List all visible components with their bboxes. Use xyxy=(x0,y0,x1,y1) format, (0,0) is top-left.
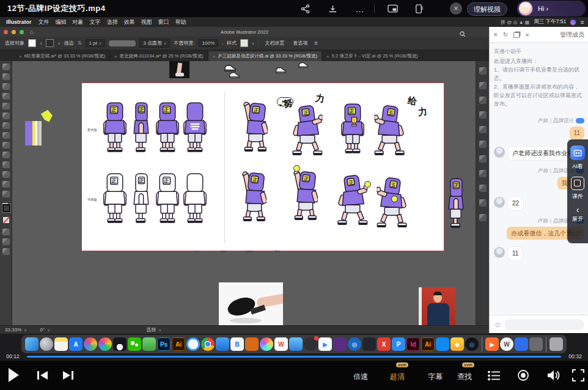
tool-icon[interactable] xyxy=(2,132,10,139)
rotation-value[interactable]: 0° xyxy=(40,327,45,333)
tool-icon[interactable] xyxy=(2,181,10,188)
popout-icon[interactable] xyxy=(513,32,520,38)
panel-icon[interactable] xyxy=(479,111,487,119)
playlist-icon[interactable] xyxy=(488,370,500,383)
reference-photo-paddle[interactable] xyxy=(219,282,283,325)
stroke-swatch[interactable] xyxy=(46,39,54,47)
shoe-sketch[interactable] xyxy=(229,71,240,79)
chevron-down-icon[interactable]: ∨ xyxy=(40,41,42,45)
dock-app-aperture[interactable]: ◎ xyxy=(348,337,361,351)
dock-app-xmind[interactable]: X xyxy=(377,337,391,351)
dock-app-p-app[interactable]: P xyxy=(392,337,405,351)
canvas-pasteboard[interactable]: 配色版 线稿版 HI~ 努 力 给 力 正面侧面斜侧面背面 xyxy=(12,61,476,325)
collapse-chevron-icon[interactable]: ‹ xyxy=(576,207,579,213)
chevron-down-icon[interactable]: ∨ xyxy=(252,41,254,45)
dock-app-photoshop[interactable]: Ps xyxy=(157,337,171,351)
preferences-button[interactable]: 首选项 xyxy=(290,39,310,47)
chevron-down-icon[interactable]: ∨ xyxy=(47,328,50,332)
home-icon[interactable]: ⌂ xyxy=(30,29,33,35)
chevron-down-icon[interactable]: ∨ xyxy=(57,41,60,45)
shoe-sketch[interactable] xyxy=(297,61,309,68)
dock-app-affinity[interactable] xyxy=(333,337,347,351)
menu-item[interactable]: 文字 xyxy=(90,18,101,26)
previous-icon[interactable] xyxy=(37,370,48,383)
ip-front-view[interactable] xyxy=(103,101,127,158)
menu-item[interactable]: 选择 xyxy=(107,18,118,26)
dock-app-docs[interactable]: B xyxy=(230,337,244,351)
play-icon[interactable] xyxy=(7,367,20,385)
panel-icon[interactable] xyxy=(479,141,487,148)
document-tab[interactable]: ×5.2 保卫萝卜 - VI定.ai @ 25 % (RGB/预览) xyxy=(322,51,423,61)
dock-app-chrome[interactable] xyxy=(201,337,215,351)
find-button[interactable]: 查找 xyxy=(457,372,472,382)
more-icon[interactable]: … xyxy=(355,3,366,14)
courseware-icon[interactable] xyxy=(571,177,584,190)
menu-app-name[interactable]: Illustrator xyxy=(6,19,32,25)
dock-app-w-circle[interactable]: W xyxy=(500,337,513,351)
tool-icon[interactable] xyxy=(2,103,10,109)
panel-icon[interactable] xyxy=(479,214,487,221)
artboard[interactable]: 配色版 线稿版 HI~ 努 力 给 力 正面侧面斜侧面背面 xyxy=(81,83,444,251)
tool-icon[interactable] xyxy=(2,93,10,100)
ip-pose-effort[interactable] xyxy=(291,104,323,160)
fill-swatch[interactable] xyxy=(28,39,36,47)
tool-icon[interactable] xyxy=(2,142,10,149)
swatch-purple[interactable] xyxy=(25,121,32,145)
dock-app-cloud-app[interactable] xyxy=(216,337,229,351)
menu-item[interactable]: 文件 xyxy=(39,18,50,26)
panel-icon[interactable] xyxy=(479,82,487,89)
volume-icon[interactable] xyxy=(546,369,560,384)
dock-app-app-store[interactable]: A xyxy=(69,337,83,351)
dock-app-finder[interactable] xyxy=(25,337,39,351)
expand-label[interactable]: 展开 xyxy=(572,215,583,223)
dock-app-cinema4d[interactable] xyxy=(362,337,376,351)
panel-icon[interactable] xyxy=(479,185,487,192)
menu-item[interactable]: 效果 xyxy=(124,18,135,26)
none-swatch-icon[interactable] xyxy=(3,217,9,223)
close-icon[interactable]: × xyxy=(525,31,529,39)
dock-app-quicktime[interactable]: ◎ xyxy=(465,337,479,351)
chat-input-field[interactable] xyxy=(504,319,584,330)
panel-icon[interactable] xyxy=(479,126,487,133)
align-icon[interactable]: ≣ xyxy=(314,40,318,46)
reference-photo-player[interactable] xyxy=(419,287,455,325)
dock-app-qq[interactable] xyxy=(113,337,127,351)
shoe-sketch[interactable] xyxy=(275,66,286,74)
ip-offboard-character[interactable] xyxy=(444,177,468,234)
panel-icon[interactable] xyxy=(479,155,487,163)
control-center-icon[interactable]: ≣ xyxy=(580,20,584,25)
color-palette-swatches[interactable] xyxy=(25,121,42,145)
menu-item[interactable]: 编辑 xyxy=(56,18,67,26)
tool-icon[interactable] xyxy=(2,122,10,129)
understand-video-button[interactable]: 理解视频 xyxy=(467,2,507,16)
next-icon[interactable] xyxy=(62,370,74,383)
dock-app-illustrator-2[interactable]: Ai xyxy=(421,337,435,351)
close-icon[interactable]: × xyxy=(450,2,462,15)
chevron-right-icon[interactable]: › xyxy=(222,42,223,45)
siri-icon[interactable] xyxy=(570,20,576,25)
ip-pose-geili[interactable] xyxy=(374,104,406,160)
ip-pose-swing[interactable] xyxy=(336,174,368,230)
menu-item[interactable]: 帮助 xyxy=(175,18,186,26)
document-setup-button[interactable]: 文档设置 xyxy=(262,39,287,47)
manage-members-button[interactable]: 管理成员 xyxy=(560,31,584,39)
pip-icon[interactable] xyxy=(387,3,398,14)
tool-icon[interactable] xyxy=(2,238,10,245)
reference-photo-legs[interactable] xyxy=(169,61,189,78)
tool-icon[interactable] xyxy=(2,83,10,90)
tool-icon[interactable] xyxy=(2,152,10,158)
dock-app-paper-plane[interactable]: ▶ xyxy=(318,337,332,351)
dock-app-illustrator[interactable]: Ai xyxy=(172,337,185,351)
share-icon[interactable] xyxy=(300,3,311,14)
dock-app-keyboard-switch[interactable] xyxy=(529,337,543,351)
current-tool-label[interactable]: 选择 xyxy=(147,326,156,333)
fill-stroke-indicator[interactable] xyxy=(2,202,10,212)
chevron-down-icon[interactable]: ∨ xyxy=(24,328,26,332)
tool-icon[interactable] xyxy=(2,73,10,80)
dock-app-sketch[interactable]: ◆ xyxy=(450,337,464,351)
download-icon[interactable] xyxy=(327,3,338,14)
ip-line-quarter[interactable] xyxy=(155,172,180,229)
account-pill[interactable]: Hi › xyxy=(517,1,586,17)
dock-app-launchpad[interactable] xyxy=(84,337,97,351)
tool-icon[interactable] xyxy=(2,248,10,255)
